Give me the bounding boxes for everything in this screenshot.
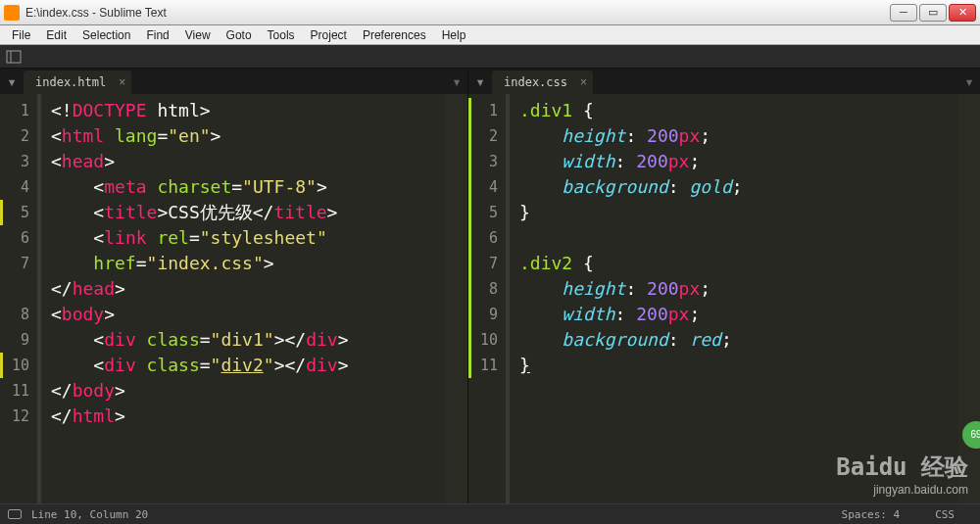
editor-pane-left: ▾ index.html× ▾ 123456789101112 <!DOCTYP… <box>0 69 468 503</box>
code-content[interactable]: <!DOCTYPE html> <html lang="en"> <head> … <box>41 94 467 503</box>
menu-goto[interactable]: Goto <box>219 26 260 44</box>
status-bar: Line 10, Column 20 Spaces: 4 CSS <box>0 503 980 524</box>
maximize-button[interactable]: ▭ <box>919 4 947 22</box>
window-title: E:\index.css - Sublime Text <box>25 7 890 19</box>
code-editor-left[interactable]: 123456789101112 <!DOCTYPE html> <html la… <box>0 94 467 503</box>
menu-bar: File Edit Selection Find View Goto Tools… <box>0 25 980 45</box>
app-icon <box>4 5 20 21</box>
menu-file[interactable]: File <box>4 26 38 44</box>
chevron-down-icon[interactable]: ▾ <box>452 72 462 91</box>
modified-marker <box>0 200 3 225</box>
menu-find[interactable]: Find <box>138 26 176 44</box>
toolbar <box>0 45 980 69</box>
close-button[interactable]: ✕ <box>949 4 976 22</box>
minimap[interactable] <box>446 94 467 503</box>
tab-label: index.html <box>35 76 106 88</box>
panel-switch-icon[interactable] <box>8 509 22 519</box>
svg-rect-0 <box>7 51 21 63</box>
menu-selection[interactable]: Selection <box>74 26 138 44</box>
menu-view[interactable]: View <box>177 26 219 44</box>
status-cursor-position[interactable]: Line 10, Column 20 <box>31 509 148 520</box>
sidebar-toggle-icon[interactable] <box>6 49 22 65</box>
menu-preferences[interactable]: Preferences <box>355 26 434 44</box>
line-gutter: 1234567891011 <box>468 94 506 503</box>
menu-edit[interactable]: Edit <box>38 26 74 44</box>
menu-tools[interactable]: Tools <box>260 26 303 44</box>
watermark: Baidu 经验jingyan.baidu.com <box>836 452 968 497</box>
code-editor-right[interactable]: 1234567891011 .div1 { height: 200px; wid… <box>468 94 980 503</box>
editor-pane-right: ▾ index.css× ▾ 1234567891011 .div1 { hei… <box>468 69 980 503</box>
line-gutter: 123456789101112 <box>0 94 37 503</box>
modified-marker <box>0 353 3 378</box>
menu-project[interactable]: Project <box>303 26 355 44</box>
window-titlebar: E:\index.css - Sublime Text ─ ▭ ✕ <box>0 0 980 25</box>
tab-label: index.css <box>504 76 567 88</box>
tab-dropdown-icon[interactable]: ▾ <box>0 69 24 94</box>
menu-help[interactable]: Help <box>434 26 474 44</box>
tab-index-html[interactable]: index.html× <box>24 71 131 94</box>
chevron-down-icon[interactable]: ▾ <box>964 72 974 91</box>
tab-index-css[interactable]: index.css× <box>492 71 593 94</box>
tab-dropdown-icon[interactable]: ▾ <box>468 69 492 94</box>
status-indentation[interactable]: Spaces: 4 <box>824 509 918 520</box>
status-syntax[interactable]: CSS <box>917 509 972 520</box>
minimize-button[interactable]: ─ <box>890 4 917 22</box>
code-content[interactable]: .div1 { height: 200px; width: 200px; bac… <box>510 94 980 503</box>
tab-close-icon[interactable]: × <box>119 76 125 88</box>
modified-marker <box>468 98 471 378</box>
tab-close-icon[interactable]: × <box>580 76 587 88</box>
